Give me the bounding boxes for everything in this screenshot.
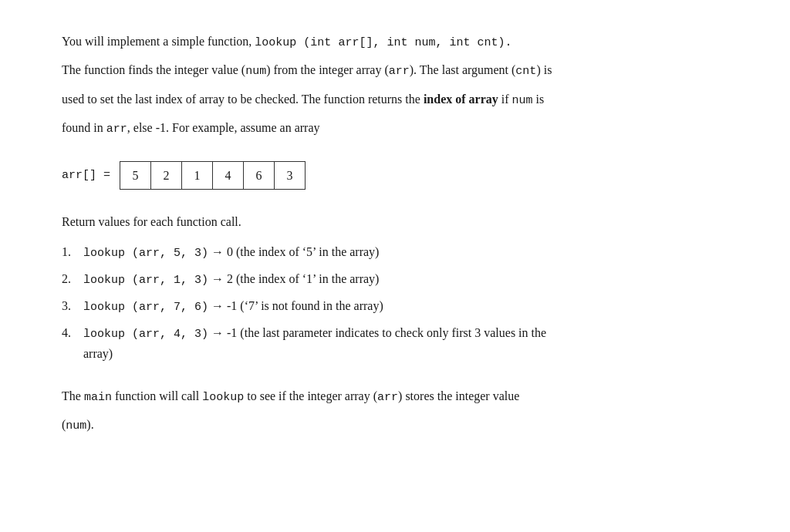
main-mid2: to see if the integer array ( [244,389,377,402]
array-row: 521463 [120,162,306,190]
intro-paragraph-4: found in arr, else -1. For example, assu… [62,117,725,140]
intro-cnt-code: cnt [515,65,536,78]
list-content-4: lookup (arr, 4, 3) → -1 (the last parame… [83,323,725,344]
list-number-3: 3. [62,296,83,316]
result-2: 2 (the index of ‘1’ in the array) [227,272,379,285]
list-content-2: lookup (arr, 1, 3) → 2 (the index of ‘1’… [83,269,725,290]
array-section: arr[] = 521463 [62,161,725,190]
intro-line3-bold: index of array [424,93,498,106]
main-paragraph-2: (num). [62,414,725,436]
list-item-4: 4. lookup (arr, 4, 3) → -1 (the last par… [62,323,725,344]
main-mid1: function will call [112,389,202,402]
lookup-code: lookup [202,391,244,404]
array-cell: 1 [182,162,213,190]
array-label: arr[] = [62,169,110,182]
intro-paragraph-2: The function finds the integer value (nu… [62,59,725,82]
lookup-call-3: lookup (arr, 7, 6) [83,301,208,314]
arrow-4: → [211,326,224,339]
arr-code2: arr [377,391,398,404]
array-cell: 3 [275,162,306,190]
array-cell: 2 [151,162,182,190]
intro-line4-prefix: found in [62,121,106,134]
array-cell: 5 [120,162,151,190]
return-section: Return values for each function call. 1.… [62,211,725,364]
main-prefix: The [62,389,84,402]
list-content-1: lookup (arr, 5, 3) → 0 (the index of ‘5’… [83,242,725,263]
num-code2: num [66,419,86,433]
list-number-1: 1. [62,242,83,262]
intro-line2-prefix: The function finds the integer value ( [62,63,245,76]
intro-line3-suffix: is [533,93,545,106]
intro-line4-suffix: , else -1. For example, assume an array [127,121,320,134]
intro-line3-code: num [512,94,533,107]
arrow-1: → [211,245,224,258]
list-item-1: 1. lookup (arr, 5, 3) → 0 (the index of … [62,242,725,263]
array-cell: 6 [244,162,275,190]
intro-line3-mid: if [498,93,512,106]
main-mid3: ) stores the integer value [398,389,519,402]
list-item-3: 3. lookup (arr, 7, 6) → -1 (‘7’ is not f… [62,296,725,317]
return-title: Return values for each function call. [62,211,725,233]
array-cell: 4 [213,162,244,190]
list-item-2: 2. lookup (arr, 1, 3) → 2 (the index of … [62,269,725,290]
intro-line1-code: lookup (int arr[], int num, int cnt). [255,36,511,49]
intro-line4-arr: arr [106,123,127,136]
list-content-3: lookup (arr, 7, 6) → -1 (‘7’ is not foun… [83,296,725,317]
intro-paragraph-1: You will implement a simple function, lo… [62,31,725,53]
intro-line2-mid2: ). The last argument ( [410,63,516,76]
arrow-3: → [211,299,224,312]
main-content: You will implement a simple function, lo… [62,31,725,436]
intro-num-code: num [245,65,266,78]
array-table: 521463 [120,161,306,190]
main-code: main [84,391,112,404]
intro-line2-suffix: ) is [536,63,552,76]
main-line2-suffix: ). [86,418,93,431]
result-4-continuation: array) [83,344,725,364]
list-number-4: 4. [62,323,83,343]
arrow-2: → [211,272,224,285]
intro-line3-prefix: used to set the last index of array to b… [62,93,424,106]
result-4-line2: array) [83,347,113,360]
lookup-call-1: lookup (arr, 5, 3) [83,247,208,260]
intro-line2-mid1: ) from the integer array ( [266,63,389,76]
result-1: 0 (the index of ‘5’ in the array) [227,245,379,258]
intro-arr-code: arr [389,65,410,78]
list-number-2: 2. [62,269,83,289]
lookup-call-2: lookup (arr, 1, 3) [83,274,208,287]
intro-line1-prefix: You will implement a simple function, [62,35,255,48]
intro-paragraph-3: used to set the last index of array to b… [62,89,725,111]
result-4-line1: -1 (the last parameter indicates to chec… [227,326,546,339]
lookup-call-4: lookup (arr, 4, 3) [83,328,208,341]
main-paragraph-1: The main function will call lookup to se… [62,386,725,408]
main-section: The main function will call lookup to se… [62,386,725,437]
result-3: -1 (‘7’ is not found in the array) [227,299,383,312]
